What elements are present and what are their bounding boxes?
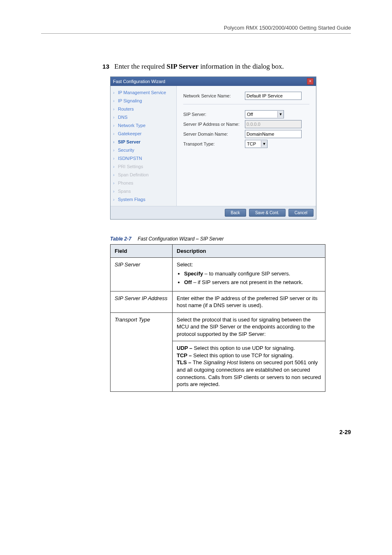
cancel-button[interactable]: Cancel xyxy=(288,209,314,217)
nav-item-network-type[interactable]: Network Type xyxy=(111,121,176,130)
wizard-nav: IP Management Service IP Signaling Route… xyxy=(111,86,177,206)
tls-bold: TLS – xyxy=(177,359,193,365)
off-bold: Off xyxy=(184,279,192,285)
table-row: SIP Server IP Address Enter either the I… xyxy=(111,291,325,312)
th-description: Description xyxy=(173,245,325,258)
nav-item-ip-signaling[interactable]: IP Signaling xyxy=(111,97,176,105)
specify-rest: – to manually configure SIP servers. xyxy=(203,271,290,277)
network-service-name-input[interactable] xyxy=(245,92,302,100)
server-domain-input[interactable] xyxy=(245,130,302,138)
page-number: 2-29 xyxy=(41,429,351,435)
off-rest: – if SIP servers are not present in the … xyxy=(192,279,303,285)
sip-server-select-value: Off xyxy=(245,112,277,117)
server-domain-label: Server Domain Name: xyxy=(183,132,245,136)
network-service-name-label: Network Service Name: xyxy=(183,93,245,98)
wizard-title-text: Fast Configuration Wizard xyxy=(113,79,165,84)
back-button[interactable]: Back xyxy=(225,209,246,217)
transport-type-select[interactable]: TCP ▼ xyxy=(245,140,267,148)
nav-item-ip-management[interactable]: IP Management Service xyxy=(111,88,176,97)
th-field: Field xyxy=(111,245,173,258)
cell-sip-server-field: SIP Server xyxy=(111,258,173,291)
server-ip-input[interactable] xyxy=(245,120,302,128)
step-text-prefix: Enter the required xyxy=(114,62,166,70)
nav-item-security[interactable]: Security xyxy=(111,146,176,154)
close-icon[interactable]: × xyxy=(307,78,314,85)
form-divider xyxy=(183,104,309,104)
wizard-footer: Back Save & Cont. Cancel xyxy=(111,206,316,219)
nav-item-spans: Spans xyxy=(111,187,176,195)
cell-sip-ip-field: SIP Server IP Address xyxy=(111,291,173,312)
cell-transport-field: Transport Type xyxy=(111,312,173,341)
tcp-rest: Select this option to use TCP for signal… xyxy=(193,352,294,358)
wizard-form: Network Service Name: SIP Server: Off ▼ … xyxy=(177,86,316,206)
cell-sip-ip-desc: Enter either the IP address of the prefe… xyxy=(173,291,325,312)
nav-item-span-definition: Span Definition xyxy=(111,171,176,179)
wizard-titlebar: Fast Configuration Wizard × xyxy=(111,77,316,86)
specify-bold: Specify xyxy=(184,271,203,277)
table-caption-text: Fast Configuration Wizard – SIP Server xyxy=(138,236,224,242)
cell-transport-desc: Select the protocol that is used for sig… xyxy=(173,312,325,341)
nav-item-pri-settings: PRI Settings xyxy=(111,162,176,171)
chevron-down-icon: ▼ xyxy=(261,141,267,147)
tcp-bold: TCP – xyxy=(177,352,193,358)
step-text-suffix: information in the dialog box. xyxy=(198,62,284,70)
nav-item-phones: Phones xyxy=(111,179,176,187)
nav-item-isdn-pstn[interactable]: ISDN/PSTN xyxy=(111,154,176,162)
cell-sip-server-desc: Select: Specify – to manually configure … xyxy=(173,258,325,291)
list-item: Off – if SIP servers are not present in … xyxy=(184,279,321,286)
step-text-bold: SIP Server xyxy=(166,62,198,70)
table-row: Transport Type Select the protocol that … xyxy=(111,312,325,341)
save-continue-button[interactable]: Save & Cont. xyxy=(249,209,286,217)
nav-item-routers[interactable]: Routers xyxy=(111,105,176,113)
nav-item-system-flags[interactable]: System Flags xyxy=(111,195,176,204)
table-row: SIP Server Select: Specify – to manually… xyxy=(111,258,325,291)
server-ip-label: Server IP Address or Name: xyxy=(183,122,245,127)
nav-item-sip-server[interactable]: SIP Server xyxy=(111,138,176,146)
nav-item-gatekeeper[interactable]: Gatekeeper xyxy=(111,130,176,138)
page-header-title: Polycom RMX 1500/2000/4000 Getting Start… xyxy=(41,25,351,31)
cell-transport-desc2: UDP – Select this option to use UDP for … xyxy=(173,341,325,391)
transport-type-label: Transport Type: xyxy=(183,141,245,146)
sip-server-label: SIP Server: xyxy=(183,112,245,117)
udp-rest: Select this option to use UDP for signal… xyxy=(194,345,295,351)
sip-server-fields-table: Field Description SIP Server Select: Spe… xyxy=(110,244,325,392)
fast-config-wizard-dialog: Fast Configuration Wizard × IP Managemen… xyxy=(110,76,316,220)
tls-mid: The xyxy=(193,359,203,365)
tls-italic: Signaling Host xyxy=(203,359,238,365)
table-caption: Table 2-7 Fast Configuration Wizard – SI… xyxy=(110,236,334,242)
table-caption-label: Table 2-7 xyxy=(110,236,131,242)
cell-transport-field-cont xyxy=(111,341,173,391)
nav-item-dns[interactable]: DNS xyxy=(111,113,176,121)
sip-server-select[interactable]: Off ▼ xyxy=(245,110,284,118)
transport-type-select-value: TCP xyxy=(245,141,261,146)
table-row: UDP – Select this option to use UDP for … xyxy=(111,341,325,391)
step-instruction: 13 Enter the required SIP Server informa… xyxy=(99,62,334,71)
step-number: 13 xyxy=(99,63,109,70)
header-rule xyxy=(41,33,351,34)
list-item: Specify – to manually configure SIP serv… xyxy=(184,270,321,278)
udp-bold: UDP – xyxy=(177,345,194,351)
chevron-down-icon: ▼ xyxy=(277,111,284,118)
sip-server-desc-intro: Select: xyxy=(177,261,193,268)
